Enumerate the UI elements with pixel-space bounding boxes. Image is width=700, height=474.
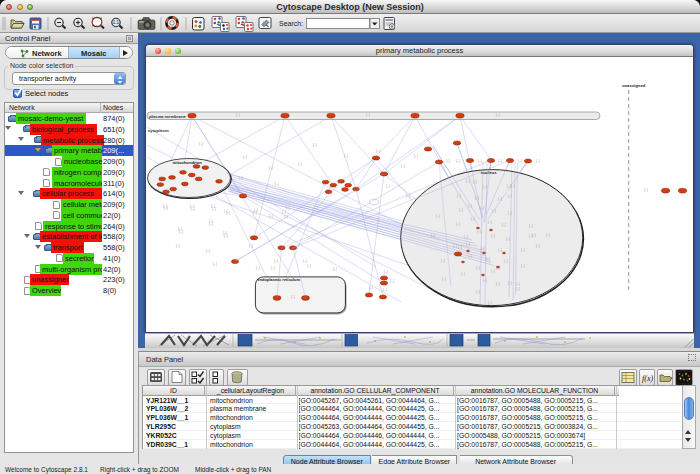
svg-text:[...]: [...]	[516, 287, 520, 291]
svg-text:[...]: [...]	[532, 233, 536, 237]
svg-text:[...]: [...]	[274, 259, 278, 263]
svg-text:[...]: [...]	[401, 164, 405, 168]
svg-text:[...]: [...]	[521, 264, 525, 268]
svg-text:[...]: [...]	[480, 206, 484, 210]
svg-text:[...]: [...]	[256, 266, 260, 270]
svg-text:[...]: [...]	[518, 159, 522, 163]
svg-text:[...]: [...]	[491, 269, 495, 273]
svg-text:[...]: [...]	[478, 159, 482, 163]
svg-text:[...]: [...]	[282, 210, 286, 214]
svg-text:[...]: [...]	[376, 149, 380, 153]
svg-text:[...]: [...]	[457, 194, 461, 198]
svg-text:[...]: [...]	[383, 288, 387, 292]
svg-text:unassigned: unassigned	[622, 83, 646, 88]
svg-text:[...]: [...]	[536, 159, 540, 163]
svg-text:[...]: [...]	[284, 215, 288, 219]
svg-text:[...]: [...]	[461, 272, 465, 276]
svg-text:f(x): f(x)	[642, 374, 653, 383]
svg-text:[...]: [...]	[414, 154, 418, 158]
svg-text:[...]: [...]	[456, 222, 460, 226]
svg-text:[...]: [...]	[516, 282, 520, 286]
svg-text:[...]: [...]	[456, 159, 460, 163]
svg-text:[...]: [...]	[508, 281, 512, 285]
svg-text:[...]: [...]	[476, 290, 480, 294]
svg-text:[...]: [...]	[475, 196, 479, 200]
svg-text:[...]: [...]	[504, 259, 508, 263]
svg-text:[...]: [...]	[164, 206, 168, 210]
svg-text:[...]: [...]	[249, 244, 253, 248]
svg-text:[...]: [...]	[275, 182, 279, 186]
svg-text:[...]: [...]	[488, 220, 492, 224]
svg-text:[...]: [...]	[476, 266, 480, 270]
svg-text:[...]: [...]	[206, 249, 210, 253]
svg-text:[...]: [...]	[291, 295, 295, 299]
svg-text:[...]: [...]	[269, 214, 273, 218]
svg-text:[...]: [...]	[436, 214, 440, 218]
svg-text:[...]: [...]	[486, 257, 490, 261]
svg-text:[...]: [...]	[209, 222, 213, 226]
svg-text:[...]: [...]	[298, 162, 302, 166]
svg-text:[...]: [...]	[521, 248, 525, 252]
svg-text:[...]: [...]	[212, 207, 216, 211]
svg-text:[...]: [...]	[483, 278, 487, 282]
svg-text:[...]: [...]	[491, 234, 495, 238]
svg-text:cytoplasm: cytoplasm	[148, 128, 169, 133]
svg-text:mitochondrion: mitochondrion	[173, 160, 203, 165]
svg-text:[...]: [...]	[508, 211, 512, 215]
svg-text:[...]: [...]	[464, 235, 468, 239]
svg-text:[...]: [...]	[459, 208, 463, 212]
svg-text:[...]: [...]	[213, 262, 217, 266]
svg-text:Search:: Search:	[279, 20, 303, 27]
svg-text:[...]: [...]	[253, 211, 257, 215]
svg-text:[...]: [...]	[466, 242, 470, 246]
svg-text:[...]: [...]	[384, 270, 388, 274]
svg-text:[...]: [...]	[390, 279, 394, 283]
svg-text:plasma membrane: plasma membrane	[149, 114, 186, 119]
svg-text:[...]: [...]	[303, 259, 307, 263]
svg-text:[...]: [...]	[468, 254, 472, 258]
svg-text:[...]: [...]	[441, 259, 445, 263]
svg-text:[...]: [...]	[502, 223, 506, 227]
svg-text:[...]: [...]	[386, 184, 390, 188]
svg-text:[...]: [...]	[498, 159, 502, 163]
svg-text:[...]: [...]	[313, 143, 317, 147]
svg-text:1:1: 1:1	[113, 20, 120, 25]
svg-text:[...]: [...]	[483, 185, 487, 189]
svg-text:[...]: [...]	[442, 277, 446, 281]
svg-text:[...]: [...]	[498, 248, 502, 252]
svg-text:[...]: [...]	[496, 282, 500, 286]
svg-text:[...]: [...]	[477, 229, 481, 233]
svg-text:[...]: [...]	[269, 166, 273, 170]
svg-text:[...]: [...]	[236, 113, 240, 117]
svg-text:[...]: [...]	[344, 154, 348, 158]
svg-text:[...]: [...]	[199, 142, 203, 146]
svg-text:[...]: [...]	[458, 245, 462, 249]
svg-text:[...]: [...]	[644, 188, 648, 192]
svg-text:[...]: [...]	[506, 237, 510, 241]
svg-text:[...]: [...]	[176, 244, 180, 248]
svg-text:[...]: [...]	[529, 224, 533, 228]
svg-text:[...]: [...]	[496, 113, 500, 117]
svg-text:[...]: [...]	[191, 207, 195, 211]
svg-text:[...]: [...]	[453, 244, 457, 248]
svg-text:[...]: [...]	[226, 211, 230, 215]
svg-text:[...]: [...]	[179, 230, 183, 234]
svg-text:[...]: [...]	[307, 264, 311, 268]
svg-text:[...]: [...]	[466, 179, 470, 183]
svg-text:[...]: [...]	[286, 206, 290, 210]
svg-text:[...]: [...]	[488, 301, 492, 305]
svg-text:[...]: [...]	[492, 209, 496, 213]
svg-text:[...]: [...]	[333, 267, 337, 271]
svg-text:[...]: [...]	[243, 155, 247, 159]
svg-text:[...]: [...]	[471, 217, 475, 221]
svg-text:[...]: [...]	[498, 197, 502, 201]
svg-text:[...]: [...]	[271, 266, 275, 270]
svg-text:[...]: [...]	[446, 159, 450, 163]
svg-text:[...]: [...]	[536, 244, 540, 248]
svg-text:[...]: [...]	[431, 234, 435, 238]
svg-text:[...]: [...]	[366, 113, 370, 117]
svg-text:[...]: [...]	[369, 286, 373, 290]
svg-text:[...]: [...]	[546, 233, 550, 237]
svg-text:[...]: [...]	[224, 234, 228, 238]
svg-text:[...]: [...]	[481, 246, 485, 250]
